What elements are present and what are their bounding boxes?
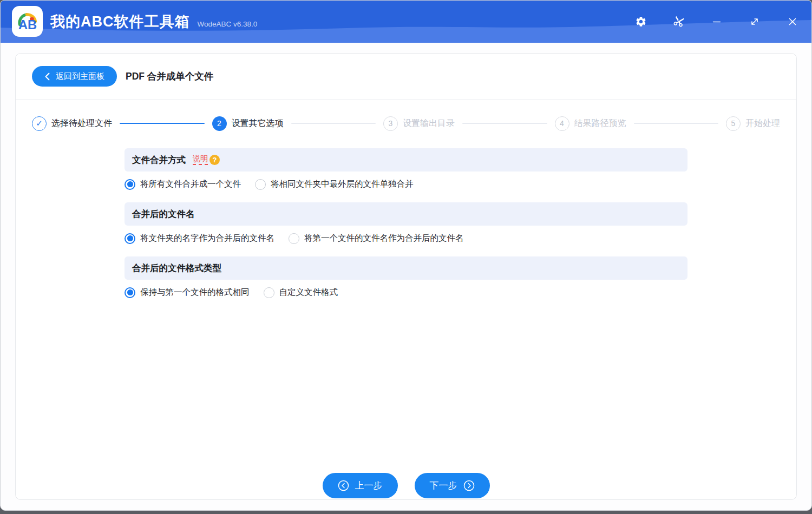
- section-header-output-filename: 合并后的文件名: [125, 202, 687, 226]
- step-number-badge: 5: [726, 116, 741, 131]
- radio-group-merge-mode: 将所有文件合并成一个文件 将相同文件夹中最外层的文件单独合并: [125, 179, 687, 190]
- back-button-label: 返回到主面板: [56, 71, 104, 82]
- step-number-badge: 4: [555, 116, 569, 131]
- resize-diagonal-icon: [749, 16, 761, 28]
- gear-icon: [635, 16, 647, 28]
- app-window: AB 我的ABC软件工具箱 WodeABC v6.38.0: [0, 0, 812, 511]
- radio-group-output-filename: 将文件夹的名字作为合并后的文件名 将第一个文件的文件名作为合并后的文件名: [125, 233, 687, 244]
- next-step-label: 下一步: [430, 479, 457, 492]
- logo-letters: AB: [18, 18, 36, 32]
- previous-step-label: 上一步: [355, 479, 383, 492]
- circle-chevron-left-icon: [338, 480, 349, 491]
- radio-merge-all-into-one[interactable]: 将所有文件合并成一个文件: [125, 179, 241, 190]
- wizard-stepper: ✓ 选择待处理文件 2 设置其它选项 3 设置输出目录 4 结果路径预览 5 开: [16, 100, 796, 147]
- radio-indicator: [125, 233, 135, 244]
- step-4-result-preview: 4 结果路径预览: [555, 116, 626, 131]
- circle-chevron-right-icon: [463, 480, 475, 491]
- radio-indicator: [125, 179, 135, 190]
- titlebar: AB 我的ABC软件工具箱 WodeABC v6.38.0: [1, 1, 811, 43]
- help-link[interactable]: 说明: [193, 155, 208, 165]
- step-connector: [634, 123, 719, 124]
- step-connector: [120, 123, 205, 124]
- panel-header: 返回到主面板 PDF 合并成单个文件: [16, 54, 796, 100]
- step-1-select-files: ✓ 选择待处理文件: [32, 116, 112, 131]
- radio-custom-format[interactable]: 自定义文件格式: [264, 287, 338, 298]
- minimize-icon: [711, 16, 723, 28]
- previous-step-button[interactable]: 上一步: [323, 473, 398, 498]
- radio-group-output-format: 保持与第一个文件的格式相同 自定义文件格式: [125, 287, 687, 298]
- minimize-button[interactable]: [710, 15, 724, 29]
- titlebar-actions: [634, 1, 800, 43]
- section-header-output-format: 合并后的文件格式类型: [125, 256, 687, 280]
- radio-use-first-file-name[interactable]: 将第一个文件的文件名作为合并后的文件名: [289, 233, 464, 244]
- radio-indicator: [255, 179, 266, 190]
- main-panel: 返回到主面板 PDF 合并成单个文件 ✓ 选择待处理文件 2 设置其它选项 3 …: [15, 53, 797, 500]
- step-number-badge: 3: [383, 116, 398, 131]
- radio-keep-first-file-format[interactable]: 保持与第一个文件的格式相同: [125, 287, 250, 298]
- radio-merge-per-folder[interactable]: 将相同文件夹中最外层的文件单独合并: [255, 179, 414, 190]
- section-title: 合并后的文件格式类型: [132, 262, 221, 274]
- section-title: 文件合并方式: [132, 154, 186, 166]
- radio-indicator: [125, 287, 135, 298]
- titlebar-title-group: 我的ABC软件工具箱 WodeABC v6.38.0: [50, 1, 257, 43]
- back-to-dashboard-button[interactable]: 返回到主面板: [32, 66, 117, 87]
- wizard-footer: 上一步 下一步: [16, 473, 796, 498]
- step-5-start-processing: 5 开始处理: [726, 116, 780, 131]
- page-title: PDF 合并成单个文件: [126, 70, 213, 83]
- options-area: 文件合并方式 说明 ? 将所有文件合并成一个文件 将相同文件夹中最外层的文件单独…: [125, 148, 687, 298]
- app-logo-icon: AB: [14, 8, 41, 35]
- radio-use-folder-name[interactable]: 将文件夹的名字作为合并后的文件名: [125, 233, 274, 244]
- section-header-merge-mode: 文件合并方式 说明 ?: [125, 148, 687, 172]
- check-icon: ✓: [32, 116, 47, 131]
- scissors-icon: [672, 15, 685, 28]
- next-step-button[interactable]: 下一步: [415, 473, 490, 498]
- radio-indicator: [289, 233, 299, 244]
- step-2-set-options: 2 设置其它选项: [212, 116, 284, 131]
- step-connector: [291, 123, 376, 124]
- app-version: WodeABC v6.38.0: [198, 20, 258, 28]
- chevron-left-icon: [44, 73, 50, 81]
- step-3-output-directory: 3 设置输出目录: [383, 116, 455, 131]
- settings-button[interactable]: [634, 15, 648, 29]
- maximize-button[interactable]: [748, 15, 762, 29]
- app-logo: AB: [12, 6, 43, 37]
- close-button[interactable]: [785, 15, 800, 29]
- close-icon: [787, 16, 798, 28]
- step-connector: [462, 123, 547, 124]
- section-title: 合并后的文件名: [132, 208, 195, 220]
- screenshot-cut-button[interactable]: [672, 15, 686, 29]
- app-title: 我的ABC软件工具箱: [50, 12, 190, 31]
- radio-indicator: [264, 287, 274, 298]
- step-number-badge: 2: [212, 116, 227, 131]
- question-circle-icon[interactable]: ?: [209, 155, 220, 165]
